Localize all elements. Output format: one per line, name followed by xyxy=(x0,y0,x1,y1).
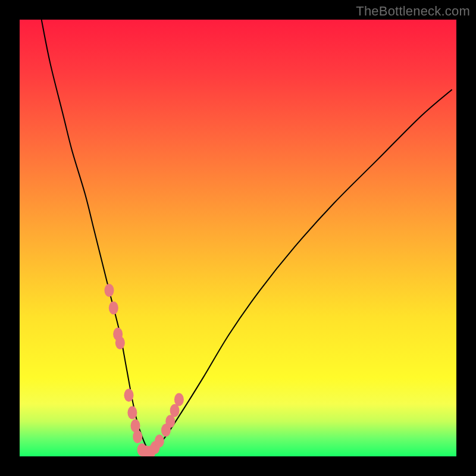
curve-marker xyxy=(124,389,134,402)
curve-marker xyxy=(133,430,142,443)
plot-area xyxy=(20,20,456,456)
curve-marker xyxy=(127,406,137,419)
marker-group xyxy=(104,284,183,456)
bottleneck-curve xyxy=(42,20,452,452)
chart-frame: TheBottleneck.com xyxy=(0,0,476,476)
curve-marker xyxy=(174,393,184,406)
curve-marker xyxy=(115,336,125,349)
curve-marker xyxy=(109,301,118,314)
curve-marker xyxy=(155,434,164,447)
watermark-text: TheBottleneck.com xyxy=(356,4,470,19)
curve-marker xyxy=(104,284,114,297)
chart-svg xyxy=(20,20,456,456)
